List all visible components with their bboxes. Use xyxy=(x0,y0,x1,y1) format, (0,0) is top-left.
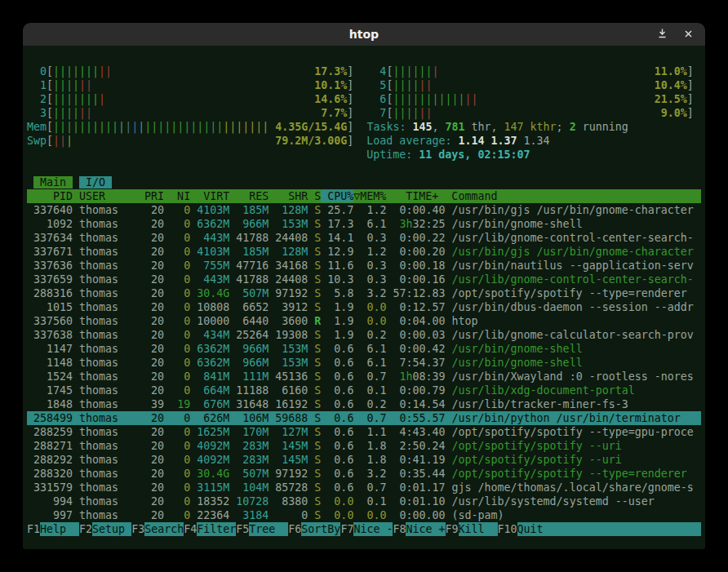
fnkey-f3: F3 xyxy=(131,522,144,536)
cpu-meter-row-2-6: 2[|||||||| 14.6%] 6[||||||||||||| 21.5%] xyxy=(27,92,701,106)
tab-main[interactable]: Main xyxy=(33,176,73,188)
process-row-337671[interactable]: 337671 thomas 20 0 4103M 185M 128M S 12.… xyxy=(27,245,701,259)
process-row-1848[interactable]: 1848 thomas 39 19 676M 31648 16192 S 0.6… xyxy=(27,397,701,411)
fnkey-f4: F4 xyxy=(184,522,197,536)
process-row-288320[interactable]: 288320 thomas 20 0 30.4G 507M 97192 S 0.… xyxy=(27,467,701,481)
fnkey-f9: F9 xyxy=(446,522,459,536)
cpu-meter-row-1-5: 1[|||||| 10.1%] 5[|||||| 10.4%] xyxy=(27,78,701,92)
process-row-1015[interactable]: 1015 thomas 20 0 10808 6652 3912 S 1.9 0… xyxy=(27,300,701,314)
process-row-337560[interactable]: 337560 thomas 20 0 10000 6440 3600 R 1.9… xyxy=(27,314,701,328)
fn-action-tree[interactable]: Tree xyxy=(249,522,288,536)
down-arrow-icon xyxy=(657,27,668,42)
fn-action-kill[interactable]: Kill xyxy=(459,522,498,536)
process-row-1524[interactable]: 1524 thomas 20 0 841M 111M 45136 S 0.6 0… xyxy=(27,370,701,384)
process-row-337640[interactable]: 337640 thomas 20 0 4103M 185M 128M S 25.… xyxy=(27,203,701,217)
close-icon xyxy=(684,27,693,42)
swap-meter-and-load-average: Swp[||| 79.2M/3.00G] Load average: 1.14 … xyxy=(27,134,701,148)
uptime-line: Uptime: 11 days, 02:15:07 xyxy=(27,148,701,162)
fn-action-sortby[interactable]: SortBy xyxy=(301,522,340,536)
process-row-994[interactable]: 994 thomas 20 0 18352 10728 8380 S 0.0 0… xyxy=(27,494,701,508)
fnkey-f10: F10 xyxy=(498,522,517,536)
fn-action-filter[interactable]: Filter xyxy=(197,522,236,536)
fn-action-quit[interactable]: Quit xyxy=(517,522,701,536)
fnkey-f6: F6 xyxy=(288,522,301,536)
fnkey-f8: F8 xyxy=(393,522,406,536)
fn-action-help[interactable]: Help xyxy=(40,522,79,536)
tab-io[interactable]: I/O xyxy=(79,176,112,188)
close-button[interactable] xyxy=(682,29,694,40)
table-header[interactable]: PID USER PRI NI VIRT RES SHR S CPU%▽MEM%… xyxy=(27,189,701,203)
process-row-331579[interactable]: 331579 thomas 20 0 3115M 104M 85728 S 0.… xyxy=(27,481,701,494)
process-row-288292[interactable]: 288292 thomas 20 0 4092M 283M 145M S 0.6… xyxy=(27,453,701,467)
sort-column-cpu[interactable]: CPU% xyxy=(321,190,353,202)
fn-action-setup[interactable]: Setup xyxy=(92,522,131,536)
process-row-288271[interactable]: 288271 thomas 20 0 4092M 283M 145M S 0.6… xyxy=(27,439,701,453)
process-row-337659[interactable]: 337659 thomas 20 0 443M 41788 24408 S 10… xyxy=(27,273,701,286)
window-title: htop xyxy=(349,28,379,41)
titlebar[interactable]: htop xyxy=(23,23,705,46)
fn-action-nice-[interactable]: Nice - xyxy=(353,522,393,536)
cpu-meter-row-3-7: 3[|||||| 7.7%] 7[|||||| 9.0%] xyxy=(27,106,701,120)
terminal-window: htop 0[||||||||| 17.3%] 4[||||||| xyxy=(23,23,705,549)
fnkey-f5: F5 xyxy=(236,522,249,536)
fn-action-search[interactable]: Search xyxy=(144,522,184,536)
htop-screen: 0[||||||||| 17.3%] 4[||||||| 11.0%] 1[||… xyxy=(23,46,705,536)
screen-tabs: Main I/O xyxy=(27,175,701,189)
fnkey-f7: F7 xyxy=(340,522,353,536)
desktop-background: htop 0[||||||||| 17.3%] 4[||||||| xyxy=(0,0,728,572)
process-row-1092[interactable]: 1092 thomas 20 0 6362M 966M 153M S 17.3 … xyxy=(27,217,701,231)
process-row-337638[interactable]: 337638 thomas 20 0 434M 25264 19308 S 1.… xyxy=(27,328,701,342)
fnkey-f1: F1 xyxy=(27,522,40,536)
blank-line xyxy=(27,162,701,175)
memory-meter-and-tasks: Mem[||||||||||||||||||||||||||||||||| 4.… xyxy=(27,120,701,134)
process-row-258499[interactable]: 258499 thomas 20 0 626M 106M 59688 S 0.6… xyxy=(27,411,701,425)
process-row-288316[interactable]: 288316 thomas 20 0 30.4G 507M 97192 S 5.… xyxy=(27,286,701,300)
process-row-1148[interactable]: 1148 thomas 20 0 6362M 966M 153M S 0.6 6… xyxy=(27,356,701,370)
process-row-337634[interactable]: 337634 thomas 20 0 443M 41788 24408 S 14… xyxy=(27,231,701,245)
cpu-meter-row-0-4: 0[||||||||| 17.3%] 4[||||||| 11.0%] xyxy=(27,64,701,78)
titlebar-buttons xyxy=(656,23,694,46)
process-row-288259[interactable]: 288259 thomas 20 0 1625M 170M 127M S 0.6… xyxy=(27,425,701,439)
minimize-button[interactable] xyxy=(656,29,668,40)
process-row-337636[interactable]: 337636 thomas 20 0 755M 47716 34168 S 11… xyxy=(27,259,701,273)
process-row-1745[interactable]: 1745 thomas 20 0 664M 11188 6160 S 0.6 0… xyxy=(27,384,701,397)
fnkey-f2: F2 xyxy=(79,522,92,536)
function-key-bar: F1Help F2Setup F3SearchF4FilterF5Tree F6… xyxy=(27,522,701,536)
fn-action-nice-[interactable]: Nice + xyxy=(406,522,445,536)
process-row-1147[interactable]: 1147 thomas 20 0 6362M 966M 153M S 0.6 6… xyxy=(27,342,701,356)
process-row-997[interactable]: 997 thomas 20 0 22364 3184 0 S 0.0 0.0 0… xyxy=(27,508,701,522)
